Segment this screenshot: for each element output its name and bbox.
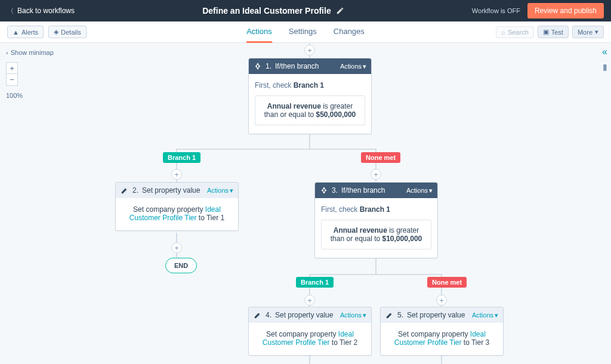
card-title-num: 4. <box>266 311 271 319</box>
node-ifthen-1[interactable]: 1. If/then branch Actions ▾ First, check… <box>248 58 372 134</box>
rule-box: Annual revenue is greater than or equal … <box>321 220 431 249</box>
card-actions-menu[interactable]: Actions ▾ <box>340 63 366 70</box>
body-mid: to <box>330 338 340 347</box>
collapse-panel-icon[interactable]: « <box>602 47 607 57</box>
tab-actions[interactable]: Actions <box>246 21 272 43</box>
body-val: Tier 3 <box>471 338 489 347</box>
add-node-plus[interactable]: + <box>436 295 447 306</box>
branch-icon <box>320 186 328 195</box>
card-title-num: 5. <box>397 311 403 319</box>
zoom-controls: + − <box>6 62 54 86</box>
check-branch: Branch 1 <box>294 81 324 90</box>
alerts-label: Alerts <box>21 29 38 36</box>
body-mid: to <box>462 338 471 347</box>
add-node-plus[interactable]: + <box>171 169 182 180</box>
back-to-workflows-link[interactable]: 〈 Back to workflows <box>7 7 75 16</box>
card-header: 3. If/then branch Actions ▾ <box>315 183 437 198</box>
search-button[interactable]: ⌕ Search <box>496 26 534 38</box>
edit-title-icon[interactable] <box>336 7 344 15</box>
check-prefix: First, check <box>321 205 360 214</box>
card-title-num: 1. <box>266 62 271 70</box>
branch-icon <box>254 62 262 70</box>
card-actions-menu[interactable]: Actions ▾ <box>207 187 233 195</box>
none-met-badge-1[interactable]: None met <box>361 152 400 163</box>
check-branch: Branch 1 <box>360 205 390 214</box>
card-title: Set property value <box>142 186 200 195</box>
tab-settings[interactable]: Settings <box>289 21 317 43</box>
card-body: Set company property Ideal Customer Prof… <box>116 198 238 230</box>
actions-label: Actions <box>472 311 493 319</box>
search-label: Search <box>508 29 529 36</box>
comment-icon[interactable]: ▮ <box>603 62 607 72</box>
node-setproperty-5[interactable]: 5. Set property value Actions ▾ Set comp… <box>380 307 504 356</box>
node-setproperty-4[interactable]: 4. Set property value Actions ▾ Set comp… <box>248 307 372 356</box>
card-body: Set company property Ideal Customer Prof… <box>249 323 371 355</box>
body-pre: Set company property <box>133 205 205 214</box>
workflow-canvas[interactable]: › Show minimap + − 100% « ▮ <box>0 43 611 364</box>
card-title: Set property value <box>407 311 465 319</box>
person-icon: ▣ <box>543 28 549 36</box>
subnav-right: ⌕ Search ▣ Test More ▾ <box>496 26 604 38</box>
zoom-out-button[interactable]: − <box>6 74 18 86</box>
minimap-label: Show minimap <box>11 49 54 56</box>
chevron-down-icon: ▾ <box>363 311 366 319</box>
app-header: 〈 Back to workflows Define an Ideal Cust… <box>0 0 611 21</box>
chevron-down-icon: ▾ <box>495 311 498 319</box>
chevron-down-icon: ▾ <box>429 187 433 195</box>
chevron-left-icon: 〈 <box>7 7 14 16</box>
edit-icon <box>385 311 394 319</box>
zoom-in-button[interactable]: + <box>6 62 18 74</box>
card-actions-menu[interactable]: Actions ▾ <box>340 311 366 319</box>
add-node-plus[interactable]: + <box>304 45 315 55</box>
tab-changes[interactable]: Changes <box>334 21 365 43</box>
add-node-plus[interactable]: + <box>371 169 381 180</box>
actions-label: Actions <box>207 187 229 194</box>
details-button[interactable]: ◈ Details <box>48 26 87 38</box>
workflow-status: Workflow is OFF <box>472 7 520 14</box>
chevron-right-icon: › <box>6 49 8 56</box>
card-title: If/then branch <box>275 62 319 70</box>
add-node-plus[interactable]: + <box>171 242 182 253</box>
card-header: 5. Set property value Actions ▾ <box>381 307 503 323</box>
subnav-left: ▲ Alerts ◈ Details <box>7 26 87 38</box>
body-val: Tier 1 <box>206 214 224 222</box>
none-met-badge-2[interactable]: None met <box>427 277 467 288</box>
add-node-plus[interactable]: + <box>304 295 315 306</box>
card-actions-menu[interactable]: Actions ▾ <box>472 311 498 319</box>
subnav: ▲ Alerts ◈ Details Actions Settings Chan… <box>0 21 611 43</box>
test-label: Test <box>551 29 563 36</box>
rule-value: $10,000,000 <box>382 235 422 243</box>
end-node: END <box>165 258 197 273</box>
card-title: If/then branch <box>341 186 385 195</box>
more-button[interactable]: More ▾ <box>572 26 604 38</box>
subnav-tabs: Actions Settings Changes <box>246 21 365 43</box>
details-label: Details <box>61 29 81 36</box>
rule-field: Annual revenue <box>334 226 387 235</box>
check-prefix: First, check <box>255 81 294 90</box>
test-button[interactable]: ▣ Test <box>538 26 569 38</box>
card-body: First, check Branch 1 Annual revenue is … <box>315 198 437 258</box>
review-publish-button[interactable]: Review and publish <box>527 3 604 18</box>
node-setproperty-2[interactable]: 2. Set property value Actions ▾ Set comp… <box>115 182 239 231</box>
branch-badge-1[interactable]: Branch 1 <box>163 152 200 163</box>
card-actions-menu[interactable]: Actions ▾ <box>406 187 433 195</box>
rule-value: $50,000,000 <box>316 110 356 119</box>
chevron-down-icon: ▾ <box>595 28 598 36</box>
rule-box: Annual revenue is greater than or equal … <box>255 95 365 125</box>
edit-icon <box>121 186 129 195</box>
branch-badge-2[interactable]: Branch 1 <box>296 277 334 288</box>
workflow-title: Define an Ideal Customer Profile <box>202 6 331 16</box>
tag-icon: ◈ <box>54 28 58 36</box>
node-ifthen-3[interactable]: 3. If/then branch Actions ▾ First, check… <box>314 182 438 258</box>
workflow-title-area: Define an Ideal Customer Profile <box>202 6 344 16</box>
actions-label: Actions <box>406 187 428 194</box>
alerts-button[interactable]: ▲ Alerts <box>7 26 44 38</box>
card-header: 4. Set property value Actions ▾ <box>249 307 371 323</box>
body-mid: to <box>197 214 206 222</box>
more-label: More <box>578 29 593 36</box>
back-label: Back to workflows <box>17 7 75 15</box>
header-right: Workflow is OFF Review and publish <box>472 3 604 18</box>
body-pre: Set company property <box>398 330 470 338</box>
show-minimap-toggle[interactable]: › Show minimap <box>6 49 54 56</box>
edit-icon <box>254 311 262 319</box>
